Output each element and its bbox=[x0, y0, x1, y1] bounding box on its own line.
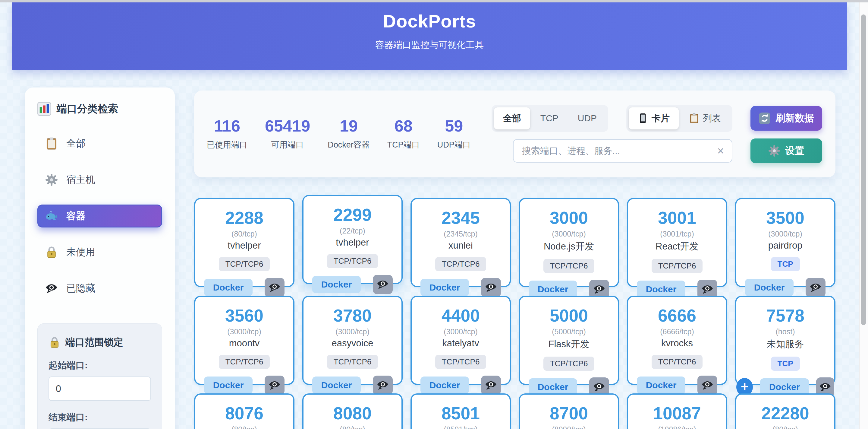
view-tab-label: 卡片 bbox=[652, 112, 670, 124]
view-tab-label: 列表 bbox=[703, 112, 721, 124]
settings-button[interactable]: 设置 bbox=[750, 139, 822, 163]
protocol-badge: TCP/TCP6 bbox=[219, 355, 270, 369]
card-actions: Docker bbox=[736, 278, 834, 297]
view-toggle: 卡片 列表 bbox=[626, 105, 733, 132]
process-name: katelyatv bbox=[412, 338, 510, 349]
docker-badge: Docker bbox=[745, 279, 794, 296]
port-mapping: (3000/tcp) bbox=[304, 327, 401, 336]
sidebar-item-all[interactable]: 全部 bbox=[37, 132, 162, 155]
port-card-6666[interactable]: 6666 (6666/tcp)kvrocksTCP/TCP6Docker bbox=[627, 296, 727, 385]
port-mapping: (3001/tcp) bbox=[628, 230, 726, 238]
port-card-10087[interactable]: 10087 (10086/tcp) bbox=[627, 393, 727, 429]
port-card-2345[interactable]: 2345 (2345/tcp)xunleiTCP/TCP6Docker bbox=[410, 198, 511, 287]
port-card-3780[interactable]: 3780 (3000/tcp)easyvoiceTCP/TCP6Docker bbox=[302, 296, 403, 385]
protocol-badge: TCP/TCP6 bbox=[544, 356, 595, 371]
stat-label: TCP端口 bbox=[387, 139, 420, 150]
start-port-input[interactable] bbox=[49, 376, 151, 401]
stat-value: 59 bbox=[437, 118, 471, 134]
hide-eye-button[interactable] bbox=[806, 278, 826, 297]
app-subtitle: 容器端口监控与可视化工具 bbox=[12, 39, 847, 51]
port-card-3001[interactable]: 3001 (3001/tcp)React开发TCP/TCP6Docker bbox=[627, 198, 727, 287]
process-name: Node.js开发 bbox=[520, 240, 618, 253]
port-mapping: (80/tcp) bbox=[195, 230, 293, 238]
refresh-button-label: 刷新数据 bbox=[775, 112, 814, 125]
hide-eye-button[interactable] bbox=[481, 278, 501, 297]
refresh-icon bbox=[758, 112, 771, 124]
port-card-3560[interactable]: 3560 (3000/tcp)moontvTCP/TCP6Docker bbox=[194, 296, 294, 385]
port-card-8076[interactable]: 8076 (80/tcp) bbox=[194, 393, 294, 429]
hide-eye-button[interactable] bbox=[373, 376, 393, 395]
port-mapping: (80/tcp) bbox=[195, 425, 293, 429]
port-card-3500[interactable]: 3500 (3000/tcp)pairdropTCPDocker bbox=[735, 198, 835, 287]
port-card-22280[interactable]: 22280 (80/tcp) bbox=[735, 393, 835, 429]
port-number: 8076 bbox=[195, 405, 293, 422]
stat-value: 68 bbox=[387, 118, 420, 134]
port-card-8501[interactable]: 8501 (8501/tcp) bbox=[410, 393, 511, 429]
stat-label: Docker容器 bbox=[328, 139, 370, 150]
docker-badge: Docker bbox=[312, 276, 361, 293]
process-name: React开发 bbox=[628, 240, 726, 253]
port-card-4400[interactable]: 4400 (3000/tcp)katelyatvTCP/TCP6Docker bbox=[410, 296, 511, 385]
refresh-button[interactable]: 刷新数据 bbox=[750, 106, 822, 131]
bar-chart-icon bbox=[37, 102, 51, 116]
card-actions: Docker bbox=[412, 376, 510, 395]
protocol-tab-tcp[interactable]: TCP bbox=[531, 107, 567, 130]
port-number: 8080 bbox=[304, 405, 401, 422]
eye-icon bbox=[45, 282, 58, 295]
search-input[interactable] bbox=[521, 145, 711, 156]
process-name: tvhelper bbox=[304, 237, 401, 248]
process-name: xunlei bbox=[412, 240, 510, 251]
stat-available: 65419 可用端口 bbox=[265, 118, 310, 150]
docker-badge: Docker bbox=[637, 376, 686, 394]
sidebar-item-label: 容器 bbox=[66, 209, 86, 223]
protocol-badge: TCP/TCP6 bbox=[219, 257, 270, 271]
port-range-title-label: 端口范围锁定 bbox=[65, 336, 123, 349]
stat-value: 19 bbox=[328, 118, 370, 134]
protocol-badge: TCP/TCP6 bbox=[327, 355, 378, 369]
end-port-label: 结束端口: bbox=[49, 411, 151, 424]
port-range-panel: 端口范围锁定 起始端口: 结束端口: bbox=[37, 323, 162, 429]
view-tab-card[interactable]: 卡片 bbox=[629, 107, 679, 130]
port-mapping: (3000/tcp) bbox=[736, 230, 834, 238]
port-mapping: (3000/tcp) bbox=[412, 327, 510, 336]
scrollbar-thumb[interactable] bbox=[861, 15, 866, 325]
port-card-2299[interactable]: 2299 (22/tcp)tvhelperTCP/TCP6Docker bbox=[302, 195, 403, 284]
toolbar-controls: 全部TCPUDP 卡片 列表 刷新数据 × 设置 bbox=[492, 105, 822, 163]
protocol-tab-all[interactable]: 全部 bbox=[494, 107, 530, 130]
view-tab-list[interactable]: 列表 bbox=[680, 107, 730, 130]
port-number: 4400 bbox=[412, 307, 510, 324]
port-card-2288[interactable]: 2288 (80/tcp)tvhelperTCP/TCP6Docker bbox=[194, 198, 294, 287]
settings-button-label: 设置 bbox=[785, 144, 804, 158]
port-mapping: (3000/tcp) bbox=[195, 327, 293, 336]
hide-eye-button[interactable] bbox=[265, 278, 284, 297]
sidebar-item-label: 全部 bbox=[66, 137, 86, 150]
protocol-tab-udp[interactable]: UDP bbox=[569, 107, 606, 130]
app-header: DockPorts 容器端口监控与可视化工具 bbox=[12, 2, 847, 70]
port-card-3000[interactable]: 3000 (3000/tcp)Node.js开发TCP/TCP6Docker bbox=[519, 198, 619, 287]
port-number: 3780 bbox=[304, 307, 401, 324]
hide-eye-button[interactable] bbox=[698, 376, 717, 395]
hide-eye-button[interactable] bbox=[373, 275, 393, 294]
port-card-8700[interactable]: 8700 (8000/tcp) bbox=[519, 393, 619, 429]
sidebar-item-host[interactable]: 宿主机 bbox=[37, 168, 162, 191]
protocol-badge: TCP/TCP6 bbox=[327, 254, 378, 268]
phone-icon bbox=[638, 113, 648, 123]
port-mapping: (3000/tcp) bbox=[520, 230, 618, 238]
docker-badge: Docker bbox=[204, 376, 253, 394]
stat-value: 65419 bbox=[265, 118, 310, 134]
gear-icon bbox=[45, 173, 58, 186]
port-card-7578[interactable]: 7578 (host)未知服务TCP+Docker bbox=[735, 296, 835, 385]
sidebar-item-unused[interactable]: 未使用 bbox=[37, 241, 162, 264]
sidebar-item-hidden[interactable]: 已隐藏 bbox=[37, 277, 162, 300]
hide-eye-button[interactable] bbox=[481, 376, 501, 395]
port-card-8080[interactable]: 8080 (80/tcp) bbox=[302, 393, 403, 429]
hide-eye-button[interactable] bbox=[265, 376, 284, 395]
port-card-5000[interactable]: 5000 (5000/tcp)Flask开发TCP/TCP6Docker bbox=[519, 296, 619, 385]
toolbar: 116 已使用端口 65419 可用端口 19 Docker容器 68 TCP端… bbox=[194, 90, 835, 177]
port-number: 10087 bbox=[628, 405, 726, 422]
search-clear-icon[interactable]: × bbox=[717, 145, 724, 156]
stat-label: UDP端口 bbox=[437, 139, 471, 150]
stats-row: 116 已使用端口 65419 可用端口 19 Docker容器 68 TCP端… bbox=[207, 118, 471, 150]
sidebar-item-container[interactable]: 容器 bbox=[37, 204, 162, 227]
port-number: 22280 bbox=[736, 405, 834, 422]
